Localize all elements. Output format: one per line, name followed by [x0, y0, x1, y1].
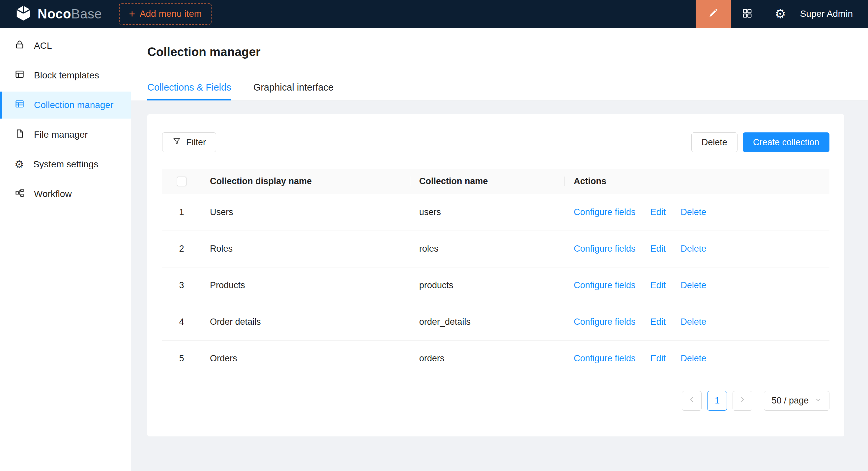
sidebar-item-file-manager[interactable]: File manager	[0, 121, 131, 148]
cell-display-name: Roles	[201, 231, 410, 267]
settings-sidebar: ACL Block templates Collection manager	[0, 28, 131, 471]
filter-icon	[172, 137, 181, 148]
row-index: 4	[162, 304, 201, 340]
plugins-button[interactable]	[731, 0, 764, 28]
table-row: 5 Orders orders Configure fieldsEditDele…	[162, 340, 830, 377]
divider	[643, 318, 643, 327]
delete-button[interactable]: Delete	[691, 132, 738, 152]
layout-icon	[14, 69, 25, 82]
edit-link[interactable]: Edit	[651, 317, 666, 327]
cell-name: products	[410, 267, 565, 304]
page-1-button[interactable]: 1	[707, 391, 727, 411]
column-header-display-name: Collection display name	[201, 169, 410, 194]
cell-display-name: Products	[201, 267, 410, 304]
cell-actions: Configure fieldsEditDelete	[565, 231, 830, 267]
sidebar-item-label: File manager	[34, 129, 88, 140]
sidebar-item-workflow[interactable]: Workflow	[0, 180, 131, 207]
add-menu-item-button[interactable]: + Add menu item	[119, 3, 212, 25]
delete-link[interactable]: Delete	[681, 280, 706, 290]
lock-icon	[14, 39, 25, 52]
divider	[673, 245, 673, 254]
configure-fields-link[interactable]: Configure fields	[574, 244, 636, 254]
table-icon	[14, 99, 25, 111]
sidebar-item-collection-manager[interactable]: Collection manager	[0, 92, 131, 119]
sidebar-item-acl[interactable]: ACL	[0, 32, 131, 59]
divider	[673, 318, 673, 327]
sidebar-item-block-templates[interactable]: Block templates	[0, 62, 131, 89]
card-toolbar: Filter Delete Create collection	[162, 132, 830, 152]
page-header: Collection manager Collections & Fields …	[131, 28, 868, 100]
configure-fields-link[interactable]: Configure fields	[574, 317, 636, 327]
cell-name: roles	[410, 231, 565, 267]
sidebar-item-label: Collection manager	[34, 100, 113, 110]
plus-icon: +	[129, 8, 135, 19]
table-header-row: Collection display name Collection name …	[162, 169, 830, 194]
delete-link[interactable]: Delete	[681, 207, 706, 217]
tab-collections-fields[interactable]: Collections & Fields	[147, 82, 231, 100]
divider	[643, 281, 643, 290]
select-all-checkbox[interactable]	[177, 176, 187, 187]
gear-icon: ⚙	[775, 8, 786, 20]
edit-link[interactable]: Edit	[651, 244, 666, 254]
divider	[643, 245, 643, 254]
logo-text: NocoBase	[37, 7, 102, 22]
cell-actions: Configure fieldsEditDelete	[565, 194, 830, 231]
create-collection-button[interactable]: Create collection	[743, 132, 830, 152]
sidebar-item-label: Workflow	[34, 189, 72, 199]
cell-actions: Configure fieldsEditDelete	[565, 304, 830, 340]
pencil-icon	[708, 8, 719, 20]
cell-name: orders	[410, 340, 565, 377]
nocobase-logo-icon	[14, 4, 32, 23]
row-index: 2	[162, 231, 201, 267]
chevron-down-icon	[815, 396, 822, 406]
cell-display-name: Orders	[201, 340, 410, 377]
page-size-value: 50 / page	[771, 396, 809, 406]
cell-actions: Configure fieldsEditDelete	[565, 267, 830, 304]
delete-link[interactable]: Delete	[681, 317, 706, 327]
divider	[673, 355, 673, 363]
delete-link[interactable]: Delete	[681, 354, 706, 363]
gear-icon: ⚙	[14, 159, 24, 170]
sidebar-item-label: ACL	[34, 40, 52, 51]
nocobase-logo[interactable]: NocoBase	[0, 4, 102, 23]
grid-icon	[742, 8, 753, 20]
page-size-select[interactable]: 50 / page	[764, 391, 830, 411]
edit-link[interactable]: Edit	[651, 354, 666, 363]
select-all-cell	[162, 169, 201, 194]
cell-name: users	[410, 194, 565, 231]
tab-bar: Collections & Fields Graphical interface	[147, 82, 868, 100]
filter-button[interactable]: Filter	[162, 132, 216, 152]
sidebar-item-label: System settings	[33, 159, 98, 170]
collections-table: Collection display name Collection name …	[162, 169, 830, 377]
workflow-icon	[14, 188, 25, 200]
tab-graphical-interface[interactable]: Graphical interface	[253, 82, 334, 100]
row-index: 5	[162, 340, 201, 377]
ui-editor-button[interactable]	[696, 0, 731, 28]
table-row: 1 Users users Configure fieldsEditDelete	[162, 194, 830, 231]
cell-display-name: Users	[201, 194, 410, 231]
configure-fields-link[interactable]: Configure fields	[574, 280, 636, 290]
chevron-right-icon	[739, 396, 746, 406]
header-actions: ⚙ Super Admin	[696, 0, 868, 28]
divider	[643, 355, 643, 363]
configure-fields-link[interactable]: Configure fields	[574, 354, 636, 363]
delete-link[interactable]: Delete	[681, 244, 706, 254]
content-area: Filter Delete Create collection	[131, 100, 868, 471]
collections-card: Filter Delete Create collection	[147, 114, 844, 436]
edit-link[interactable]: Edit	[651, 280, 666, 290]
prev-page-button[interactable]	[682, 391, 702, 411]
divider	[643, 208, 643, 217]
cell-display-name: Order details	[201, 304, 410, 340]
current-user[interactable]: Super Admin	[797, 8, 868, 19]
next-page-button[interactable]	[733, 391, 752, 411]
chevron-left-icon	[688, 396, 696, 406]
sidebar-item-system-settings[interactable]: ⚙ System settings	[0, 151, 131, 178]
page-title: Collection manager	[147, 45, 868, 59]
top-header: NocoBase + Add menu item	[0, 0, 868, 28]
row-index: 3	[162, 267, 201, 304]
configure-fields-link[interactable]: Configure fields	[574, 207, 636, 217]
divider	[673, 281, 673, 290]
edit-link[interactable]: Edit	[651, 207, 666, 217]
settings-button[interactable]: ⚙	[764, 0, 797, 28]
pagination: 1 50 / page	[162, 391, 830, 411]
